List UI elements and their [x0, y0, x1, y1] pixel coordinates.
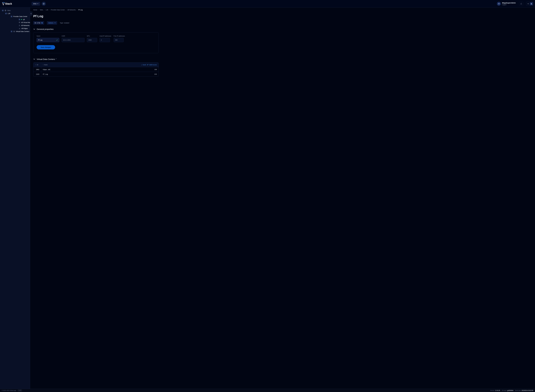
col-used[interactable]: ↓Used IP Addresses: [122, 62, 158, 67]
cube-icon: [19, 22, 20, 23]
tree-label: Sites: [7, 10, 11, 11]
col-label: ID: [37, 64, 38, 65]
breadcrumb-item[interactable]: All Networks: [67, 9, 76, 11]
field-label: Free IP addresses: [114, 35, 125, 37]
cell-id[interactable]: 2103: [36, 73, 39, 75]
tree-all-edges[interactable]: All Edges: [18, 27, 29, 30]
table-row[interactable]: 2103 Pf Log 215: [33, 72, 158, 77]
col-name[interactable]: ↑Name: [41, 62, 122, 67]
tree-all-vms[interactable]: All Virtual Machines: [18, 21, 29, 24]
field-name: Name Pf Log: [37, 35, 59, 42]
tree-root-sites[interactable]: Sites: [1, 9, 29, 12]
breadcrumb-item[interactable]: Provider Data Center: [51, 9, 65, 11]
logo-text: Stack: [5, 2, 12, 5]
expand-toggle[interactable]: [11, 16, 12, 17]
col-label: Used IP Addresses: [143, 64, 157, 65]
tree-label: All Networks: [21, 25, 29, 26]
tree-all-networks[interactable]: All Networks: [18, 24, 29, 27]
lock-icon: [520, 3, 522, 5]
page-title: Pf Log: [33, 14, 532, 18]
svg-point-1: [521, 4, 521, 4]
avatar[interactable]: M: [497, 2, 501, 6]
expand-toggle[interactable]: [5, 13, 7, 14]
footer: © 2020–2023 vStack.app LOG Version: 13.1…: [0, 389, 535, 392]
tree-label: All Edges: [21, 28, 28, 29]
expand-toggle[interactable]: [11, 31, 12, 32]
sort-desc-icon: ↓: [141, 64, 142, 65]
save-button[interactable]: Save changes: [37, 45, 55, 49]
used-input: 2: [99, 38, 110, 42]
check-icon: [56, 39, 58, 41]
name-input[interactable]: Pf Log: [37, 38, 59, 42]
user-name: MegaSuperAdmin: [502, 2, 516, 4]
general-properties-panel: Name Pf Log CIDR 10.2.1.0/24 MTU 1500: [33, 32, 159, 53]
mtu-input: 1500: [87, 38, 97, 42]
copy-id-button[interactable]: [41, 22, 43, 24]
field-label: Used IP addresses: [99, 35, 111, 37]
log-button[interactable]: LOG: [18, 390, 22, 391]
avatar-initial: M: [498, 3, 500, 5]
tree-virtual-dcs[interactable]: Virtual Data Centers: [10, 30, 29, 33]
tree-cluster-q9[interactable]: q9: [18, 18, 29, 21]
actions-label: Actions: [48, 22, 54, 24]
expand-toggle[interactable]: [2, 10, 4, 11]
cell-id[interactable]: 1002: [36, 69, 39, 70]
free-input: 250: [114, 38, 124, 42]
theme-dark-button[interactable]: [530, 2, 533, 5]
globe-icon: [5, 10, 6, 11]
svg-point-3: [521, 4, 521, 4]
language-select[interactable]: ENG: [32, 2, 40, 5]
cell-used: 215: [154, 73, 157, 75]
tree-provider-dc[interactable]: Provider Data Center: [10, 15, 29, 18]
logo[interactable]: Stack: [2, 2, 30, 5]
theme-light-button[interactable]: [527, 2, 530, 5]
expand-toggle[interactable]: [19, 19, 20, 20]
section-vdc[interactable]: Virtual Data Centers 2: [33, 58, 532, 61]
svg-point-14: [19, 25, 20, 25]
svg-line-11: [528, 4, 528, 4]
field-label: MTU: [87, 35, 97, 37]
chevron-down-icon: [33, 59, 35, 60]
field-label: CIDR: [62, 35, 84, 37]
builddate-value: 2023/03/14 09:30:59: [521, 390, 533, 391]
logout-link[interactable]: Logout: [502, 4, 516, 5]
field-free: Free IP addresses 250: [114, 35, 125, 42]
builddate-label: Build date:: [515, 390, 521, 391]
field-mtu: MTU 1500: [87, 35, 97, 42]
cell-name[interactable]: Pf Log: [43, 73, 48, 75]
section-title: General properties: [37, 28, 54, 30]
layers-icon: [13, 31, 15, 32]
lock-button[interactable]: [519, 2, 523, 6]
actions-dropdown[interactable]: Actions: [47, 21, 57, 25]
tree-site-l26[interactable]: L26: [5, 12, 29, 15]
githash-label: Git hash:: [502, 390, 507, 391]
svg-point-4: [528, 3, 528, 4]
cidr-value: 10.2.1.0/24: [63, 39, 70, 41]
col-id[interactable]: ↑ID: [33, 62, 41, 67]
chevron-down-icon: [54, 23, 56, 23]
breadcrumb-item[interactable]: Sites: [40, 9, 43, 11]
tree-label: L26: [8, 13, 10, 14]
copyright: © 2020–2023 vStack.app: [2, 390, 16, 391]
githash-value: gb3506fd4: [507, 390, 513, 391]
section-general-properties[interactable]: General properties: [33, 28, 532, 30]
table-row[interactable]: 1002 Edges vDC 135: [33, 67, 158, 72]
breadcrumb-item[interactable]: L26: [46, 9, 48, 11]
breadcrumb-current: Pf Log: [78, 9, 83, 11]
breadcrumb-item[interactable]: Home: [33, 9, 37, 11]
cell-used: 135: [154, 69, 157, 70]
vdc-table: ↑ID ↑Name ↓Used IP Addresses: [33, 62, 159, 77]
network-type: Type: Isolated: [60, 22, 69, 24]
free-value: 250: [115, 39, 117, 41]
breadcrumb: Home/ Sites/ L26/ Provider Data Center/ …: [33, 9, 532, 11]
cell-name[interactable]: Edges vDC: [43, 69, 50, 70]
field-cidr: CIDR 10.2.1.0/24: [62, 35, 84, 42]
chevron-down-icon: [33, 28, 35, 30]
cidr-input: 10.2.1.0/24: [62, 38, 84, 42]
tree-label: Virtual Data Centers: [16, 31, 29, 32]
svg-point-2: [521, 4, 521, 4]
sidebar-collapse-button[interactable]: [30, 12, 32, 16]
user-block: M MegaSuperAdmin Logout: [497, 2, 516, 6]
field-label: Name: [37, 35, 59, 37]
refresh-button[interactable]: [42, 2, 46, 6]
